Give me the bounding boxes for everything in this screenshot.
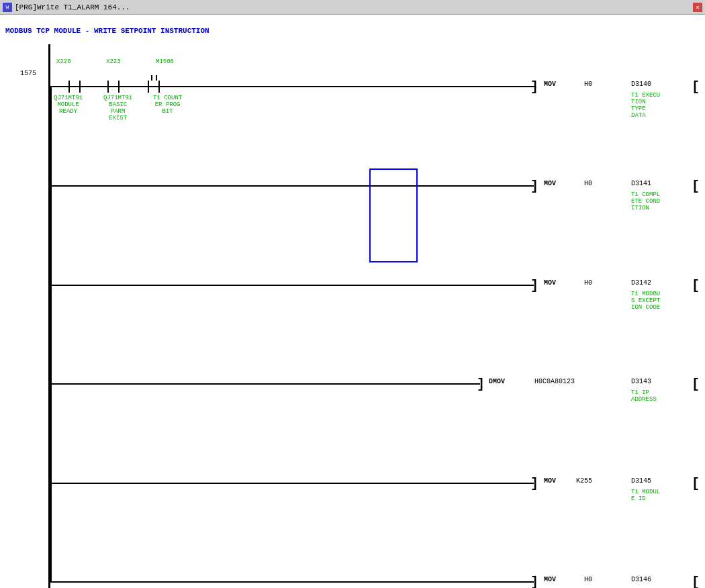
mov4-dest: D3145 — [631, 477, 651, 485]
rung1-line3 — [118, 86, 148, 87]
rung1-line2 — [79, 86, 107, 87]
rung5-h-line — [50, 483, 534, 484]
dmov-dest: D3143 — [631, 378, 651, 385]
right-bracket-mov1: ] — [530, 79, 538, 95]
dmov-label: DMOV — [489, 378, 505, 385]
mov5-value: H0 — [584, 576, 592, 583]
mov5-right-bracket: [ — [692, 575, 700, 588]
dmov-dest-label: T1 IPADDRESS — [631, 390, 657, 403]
v-line-left-1 — [50, 87, 52, 187]
mov2-label: MOV — [544, 180, 556, 187]
window-titlebar: W [PRG]Write T1_ALARM 164... ✕ — [0, 0, 705, 15]
rung6-h-line — [50, 581, 534, 583]
contact-name-x223: QJ71MT91BASICPARMEXIST — [103, 95, 132, 122]
contact-address-x220: X220 — [56, 59, 71, 66]
mov4-label: MOV — [544, 477, 556, 485]
mov2-dest-label: T1 COMPLETE CONDITION — [631, 192, 660, 212]
window-title: [PRG]Write T1_ALARM 164... — [15, 3, 693, 11]
v-line-left-2 — [50, 185, 52, 285]
rising-edge-tick1 — [151, 75, 152, 81]
right-bracket-mov5: ] — [530, 575, 538, 588]
mov4-value: K255 — [576, 477, 592, 485]
rung1-line4 — [158, 86, 534, 87]
mov3-dest-label: T1 MODBUS EXCEPTION CODE — [631, 291, 660, 311]
mov4-dest-label: T1 MODULE ID — [631, 489, 660, 503]
v-line-left-3 — [50, 285, 52, 384]
mov3-value: H0 — [584, 279, 592, 287]
v-line-left-4 — [50, 383, 52, 483]
mov2-right-bracket: [ — [692, 179, 700, 194]
mov1-value: H0 — [584, 81, 592, 88]
rung4-h-line — [50, 383, 480, 385]
v-line-left-5 — [50, 483, 52, 582]
right-bracket-mov3: ] — [530, 278, 538, 293]
contact-name-m1508: T1 COUNTER PROGBIT — [153, 95, 182, 115]
mov3-label: MOV — [544, 279, 556, 287]
mov3-dest: D3142 — [631, 279, 651, 287]
mov1-dest: D3140 — [631, 81, 651, 88]
contact-address-x223: X223 — [106, 59, 121, 66]
rising-edge-tick2 — [156, 75, 157, 81]
rung2-h-line — [50, 185, 534, 187]
right-bracket-dmov: ] — [477, 377, 485, 392]
mov5-label: MOV — [544, 576, 556, 583]
rung3-h-line — [50, 285, 534, 286]
mov1-right-bracket: [ — [692, 79, 700, 95]
dmov-right-bracket: [ — [692, 377, 700, 392]
window-icon: W — [3, 3, 12, 12]
rung1-line1 — [50, 86, 68, 87]
contact-address-m1508: M1508 — [156, 59, 174, 66]
right-bracket-mov4: ] — [530, 476, 538, 491]
selection-box — [369, 168, 418, 262]
dmov-value: H0C0A80123 — [534, 378, 575, 385]
mov5-dest: D3146 — [631, 576, 651, 583]
mov3-right-bracket: [ — [692, 278, 700, 293]
rung-number: 1575 — [20, 70, 36, 77]
mov1-label: MOV — [544, 81, 556, 88]
right-bracket-mov2: ] — [530, 179, 538, 194]
mov2-value: H0 — [584, 180, 592, 187]
close-button[interactable]: ✕ — [693, 3, 702, 12]
mov1-dest-label: T1 EXECUTIONTYPEDATA — [631, 93, 660, 119]
ladder-diagram: MODBUS TCP MODULE - WRITE SETPOINT INSTR… — [0, 15, 705, 588]
contact-name-x220: QJ71MT91MODULEREADY — [54, 95, 83, 115]
header-label: MODBUS TCP MODULE - WRITE SETPOINT INSTR… — [5, 27, 209, 35]
mov2-dest: D3141 — [631, 180, 651, 187]
mov4-right-bracket: [ — [692, 476, 700, 491]
ladder-area: 1575 X220 X223 M1508 — [0, 44, 705, 588]
